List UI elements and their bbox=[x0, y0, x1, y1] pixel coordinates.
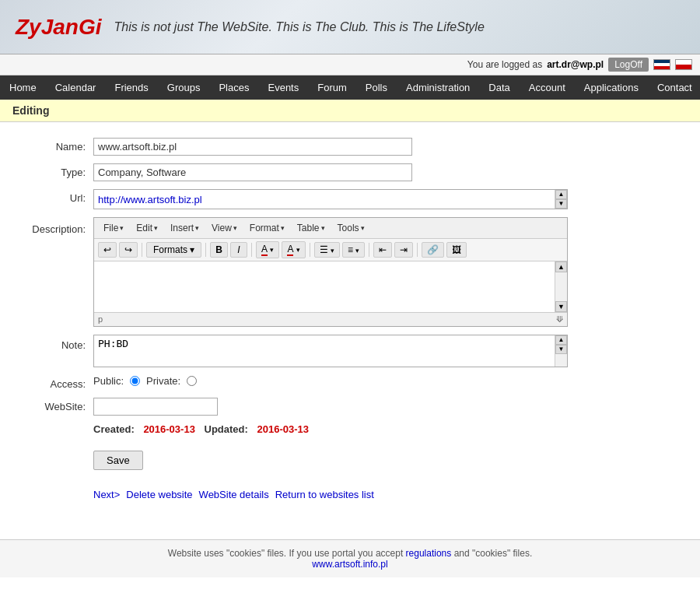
name-label: Name: bbox=[23, 138, 93, 153]
nav-events[interactable]: Events bbox=[258, 75, 308, 100]
rte-link-button[interactable]: 🔗 bbox=[422, 242, 444, 258]
link-next[interactable]: Next> bbox=[93, 489, 120, 500]
type-field bbox=[93, 163, 677, 181]
rte-italic-button[interactable]: I bbox=[230, 242, 247, 258]
rte-content[interactable] bbox=[94, 261, 555, 312]
rte-undo-button[interactable]: ↩ bbox=[98, 242, 117, 258]
public-radio[interactable] bbox=[130, 376, 140, 386]
dates-label-spacer bbox=[23, 423, 93, 426]
toolbar-separator-5 bbox=[369, 243, 369, 257]
nav-friends[interactable]: Friends bbox=[105, 75, 157, 100]
nav-groups[interactable]: Groups bbox=[158, 75, 210, 100]
save-field: Save bbox=[93, 451, 677, 481]
website-field bbox=[93, 398, 677, 416]
view-arrow-icon: ▾ bbox=[233, 224, 237, 232]
website-label: WebSite: bbox=[23, 398, 93, 412]
private-label: Private: bbox=[146, 375, 180, 387]
nav-polls[interactable]: Polls bbox=[356, 75, 397, 100]
website-input[interactable] bbox=[93, 398, 218, 416]
footer: Website uses "cookies" files. If you use… bbox=[0, 539, 700, 577]
rte-scroll-up-icon[interactable]: ▲ bbox=[555, 261, 567, 272]
rte-list-ol-button[interactable]: ≡ ▾ bbox=[342, 242, 365, 258]
link-delete[interactable]: Delete website bbox=[126, 489, 192, 500]
website-row: WebSite: bbox=[23, 398, 677, 416]
action-links-field: Next> Delete website WebSite details Ret… bbox=[93, 489, 677, 500]
logout-button[interactable]: LogOff bbox=[608, 58, 649, 72]
url-scroll-down[interactable]: ▼ bbox=[555, 199, 567, 209]
private-radio[interactable] bbox=[187, 376, 197, 386]
logged-as-text: You are logged as bbox=[467, 59, 542, 70]
save-button[interactable]: Save bbox=[93, 451, 143, 470]
toolbar-separator-1 bbox=[142, 243, 142, 257]
note-field: PH:BD ▲ ▼ bbox=[93, 335, 677, 367]
rte-body-scrollbar[interactable]: ▲ ▼ bbox=[555, 261, 567, 312]
flag-uk-icon[interactable] bbox=[653, 59, 670, 70]
rte-font-color-button[interactable]: A ▾ bbox=[256, 241, 279, 258]
access-options: Public: Private: bbox=[93, 375, 677, 387]
url-label: Url: bbox=[23, 189, 93, 204]
nav-contact[interactable]: Contact bbox=[648, 75, 700, 100]
nav-forum[interactable]: Forum bbox=[308, 75, 356, 100]
note-scrollbar[interactable]: ▲ ▼ bbox=[555, 335, 567, 367]
type-input[interactable] bbox=[93, 163, 412, 181]
logo: ZyJanGi bbox=[16, 15, 101, 40]
rte-bold-button[interactable]: B bbox=[210, 242, 228, 258]
rte-formats-button[interactable]: Formats ▾ bbox=[146, 242, 201, 258]
header: ZyJanGi This is not just The WebSite. Th… bbox=[0, 0, 700, 54]
rte-body: ▲ ▼ bbox=[94, 261, 567, 312]
action-links-spacer bbox=[23, 489, 93, 492]
created-date: 2016-03-13 bbox=[143, 423, 195, 435]
url-scroll-up[interactable]: ▲ bbox=[555, 190, 567, 199]
name-field bbox=[93, 138, 677, 156]
note-scroll-up[interactable]: ▲ bbox=[555, 335, 567, 345]
description-row: Description: File ▾ Edit ▾ Insert ▾ bbox=[23, 217, 677, 327]
rte-image-button[interactable]: 🖼 bbox=[446, 242, 467, 258]
rte-list-ul-button[interactable]: ☰ ▾ bbox=[314, 242, 340, 258]
rte-status-text: p bbox=[98, 314, 103, 325]
nav-administration[interactable]: Administration bbox=[397, 75, 479, 100]
link-return[interactable]: Return to websites list bbox=[275, 489, 374, 500]
nav-places[interactable]: Places bbox=[209, 75, 258, 100]
toolbar-separator-4 bbox=[310, 243, 310, 257]
rte-file-menu[interactable]: File ▾ bbox=[98, 220, 129, 236]
access-row: Access: Public: Private: bbox=[23, 375, 677, 390]
type-row: Type: bbox=[23, 163, 677, 181]
nav-home[interactable]: Home bbox=[0, 75, 46, 100]
main-content: Name: Type: Url: ▲ ▼ Description: bbox=[0, 122, 700, 524]
table-arrow-icon: ▾ bbox=[321, 224, 325, 232]
footer-regulations-link[interactable]: regulations bbox=[406, 548, 452, 559]
url-input[interactable] bbox=[94, 191, 555, 208]
rte-view-menu[interactable]: View ▾ bbox=[206, 220, 243, 236]
navigation: Home Calendar Friends Groups Places Even… bbox=[0, 75, 700, 100]
nav-calendar[interactable]: Calendar bbox=[46, 75, 106, 100]
rte-insert-menu[interactable]: Insert ▾ bbox=[165, 220, 205, 236]
name-input[interactable] bbox=[93, 138, 412, 156]
rte-outdent-button[interactable]: ⇤ bbox=[373, 242, 392, 258]
save-row: Save bbox=[23, 451, 677, 481]
rte-redo-button[interactable]: ↪ bbox=[119, 242, 138, 258]
footer-portal-link[interactable]: www.artsoft.info.pl bbox=[312, 559, 387, 570]
updated-date: 2016-03-13 bbox=[257, 423, 309, 435]
nav-applications[interactable]: Applications bbox=[575, 75, 648, 100]
rte-edit-menu[interactable]: Edit ▾ bbox=[131, 220, 163, 236]
nav-account[interactable]: Account bbox=[520, 75, 575, 100]
rte-tools-menu[interactable]: Tools ▾ bbox=[332, 220, 370, 236]
edit-arrow-icon: ▾ bbox=[154, 224, 158, 232]
rte-resize-handle[interactable]: ⟱ bbox=[556, 314, 563, 325]
action-links: Next> Delete website WebSite details Ret… bbox=[93, 489, 677, 500]
note-input[interactable]: PH:BD bbox=[94, 335, 555, 367]
nav-data[interactable]: Data bbox=[479, 75, 519, 100]
toolbar-separator-2 bbox=[205, 243, 206, 257]
dates-field: Created: 2016-03-13 Updated: 2016-03-13 bbox=[93, 423, 677, 435]
rte-format-menu[interactable]: Format ▾ bbox=[244, 220, 290, 236]
link-details[interactable]: WebSite details bbox=[199, 489, 269, 500]
rte-bg-color-button[interactable]: A ▾ bbox=[282, 241, 305, 258]
rte-scroll-down-icon[interactable]: ▼ bbox=[555, 301, 567, 312]
rte-indent-button[interactable]: ⇥ bbox=[394, 242, 413, 258]
flag-pl-icon[interactable] bbox=[675, 59, 692, 70]
rte-statusbar: p ⟱ bbox=[94, 312, 567, 326]
rte-menubar: File ▾ Edit ▾ Insert ▾ View ▾ bbox=[94, 218, 567, 239]
rte-table-menu[interactable]: Table ▾ bbox=[292, 220, 331, 236]
note-scroll-down[interactable]: ▼ bbox=[555, 345, 567, 354]
url-scrollbar[interactable]: ▲ ▼ bbox=[555, 190, 567, 209]
